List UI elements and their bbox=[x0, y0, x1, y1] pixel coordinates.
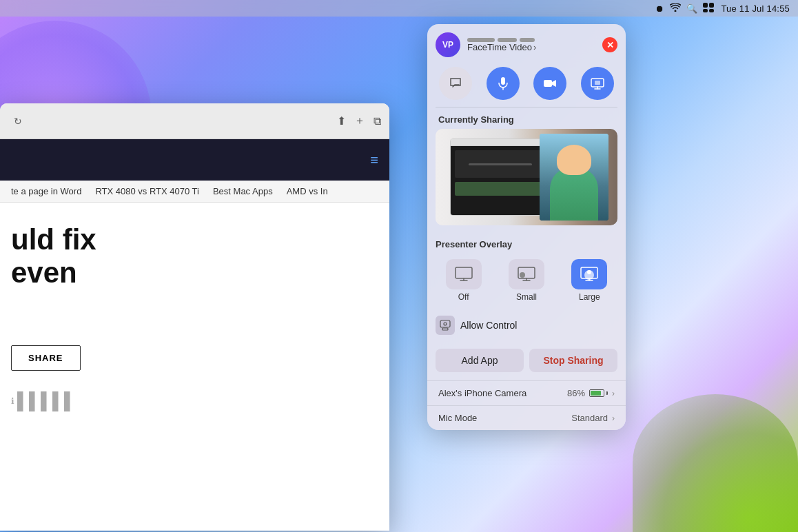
browser-main-content: uld fix even SHARE ℹ ▌▌▌▌▌ bbox=[0, 203, 389, 431]
panel-header: VP FaceTime Video › ✕ bbox=[427, 24, 626, 63]
overlay-small-label: Small bbox=[516, 292, 537, 302]
battery-bar bbox=[589, 389, 608, 397]
svg-point-25 bbox=[444, 323, 447, 325]
chat-button[interactable] bbox=[439, 67, 472, 100]
svg-rect-11 bbox=[456, 267, 472, 278]
menubar: ⏺ 🔍 Tue 11 bbox=[0, 0, 798, 17]
audio-wave-icon: ▌▌▌▌▌ bbox=[17, 391, 76, 411]
mic-mode-value: Standard bbox=[571, 413, 608, 423]
battery-percentage: 86% bbox=[567, 388, 585, 398]
svg-rect-10 bbox=[595, 81, 600, 85]
browser-share-icon[interactable]: ⬆ bbox=[337, 114, 346, 127]
svg-rect-24 bbox=[442, 328, 448, 330]
menubar-time: Tue 11 Jul 14:55 bbox=[721, 3, 790, 14]
svg-rect-2 bbox=[703, 9, 708, 12]
svg-rect-6 bbox=[544, 80, 552, 87]
browser-new-tab-icon[interactable]: ＋ bbox=[354, 114, 365, 128]
allow-control-label: Allow Control bbox=[460, 320, 517, 331]
desktop: ⏺ 🔍 Tue 11 bbox=[0, 0, 798, 532]
svg-point-20 bbox=[587, 270, 591, 274]
nav-item-1[interactable]: te a page in Word bbox=[11, 186, 81, 196]
presenter-overlay-label: Presenter Overlay bbox=[436, 232, 617, 254]
sharing-preview-inner bbox=[436, 129, 617, 225]
iphone-camera-chevron: › bbox=[612, 389, 615, 398]
mic-button[interactable] bbox=[487, 67, 520, 100]
audio-wave: ℹ ▌▌▌▌▌ bbox=[11, 391, 378, 411]
search-icon[interactable]: 🔍 bbox=[686, 3, 697, 14]
screen-record-icon: ⏺ bbox=[655, 3, 664, 14]
avatar: VP bbox=[436, 32, 460, 57]
browser-toolbar: ↻ ⬆ ＋ ⧉ bbox=[0, 103, 389, 139]
article-headline: uld fix even bbox=[11, 223, 378, 290]
screen-share-button[interactable] bbox=[581, 67, 614, 100]
battery-tip bbox=[606, 391, 608, 395]
preview-person bbox=[540, 134, 608, 221]
nav-item-2[interactable]: RTX 4080 vs RTX 4070 Ti bbox=[95, 186, 199, 196]
browser-toolbar-icons: ⬆ ＋ ⧉ bbox=[337, 114, 381, 128]
mic-mode-chevron: › bbox=[612, 413, 615, 423]
close-button[interactable]: ✕ bbox=[602, 37, 617, 52]
overlay-option-large[interactable]: Large bbox=[571, 259, 607, 302]
presenter-overlay-section: Presenter Overlay Off bbox=[427, 232, 626, 307]
facetime-panel: VP FaceTime Video › ✕ bbox=[427, 24, 626, 430]
allow-control-icon bbox=[436, 316, 455, 335]
video-button[interactable] bbox=[533, 67, 566, 100]
browser-tabs-icon[interactable]: ⧉ bbox=[374, 115, 381, 127]
overlay-off-icon bbox=[446, 259, 482, 289]
nav-item-3[interactable]: Best Mac Apps bbox=[213, 186, 273, 196]
stop-sharing-button[interactable]: Stop Sharing bbox=[529, 349, 617, 372]
panel-title-area: FaceTime Video › bbox=[467, 38, 595, 52]
panel-controls bbox=[427, 63, 626, 107]
browser-nav-strip: te a page in Word RTX 4080 vs RTX 4070 T… bbox=[0, 181, 389, 203]
allow-control-row[interactable]: Allow Control bbox=[427, 310, 626, 340]
mic-mode-row[interactable]: Mic Mode Standard › bbox=[427, 405, 626, 430]
mic-mode-label: Mic Mode bbox=[438, 413, 477, 423]
svg-rect-3 bbox=[709, 9, 714, 12]
article-share-button[interactable]: SHARE bbox=[11, 345, 81, 371]
action-buttons: Add App Stop Sharing bbox=[427, 343, 626, 380]
nav-item-4[interactable]: AMD vs In bbox=[287, 186, 328, 196]
overlay-option-small[interactable]: Small bbox=[509, 259, 544, 302]
headline-line1: uld fix bbox=[11, 223, 378, 256]
overlay-small-icon bbox=[509, 259, 544, 289]
browser-window: ↻ ⬆ ＋ ⧉ ≡ te a page in Word RTX 4080 vs … bbox=[0, 103, 389, 531]
currently-sharing-label: Currently Sharing bbox=[427, 108, 626, 129]
mic-mode-value-row: Standard › bbox=[571, 413, 615, 423]
svg-point-15 bbox=[520, 272, 525, 278]
iphone-camera-label: Alex's iPhone Camera bbox=[438, 388, 526, 398]
control-center-icon[interactable] bbox=[703, 3, 714, 14]
facetime-arrow[interactable]: › bbox=[533, 42, 536, 52]
preview-screen-content bbox=[451, 146, 549, 215]
battery-fill bbox=[591, 391, 601, 396]
audio-info-icon: ℹ bbox=[11, 396, 14, 406]
browser-reload-button[interactable]: ↻ bbox=[8, 112, 28, 131]
overlay-options: Off Small bbox=[436, 254, 617, 307]
battery-body bbox=[589, 389, 604, 397]
preview-screen bbox=[450, 139, 550, 216]
hamburger-icon[interactable]: ≡ bbox=[370, 152, 378, 168]
bg-blob-green bbox=[633, 394, 798, 532]
menubar-system-icons: ⏺ 🔍 bbox=[655, 3, 714, 14]
overlay-large-label: Large bbox=[579, 292, 600, 302]
preview-screen-bar bbox=[451, 139, 549, 146]
svg-rect-1 bbox=[709, 3, 714, 8]
wifi-icon bbox=[670, 3, 681, 14]
headline-line2: even bbox=[11, 256, 378, 289]
svg-rect-23 bbox=[440, 320, 450, 327]
add-app-button[interactable]: Add App bbox=[436, 349, 524, 372]
iphone-camera-value: 86% › bbox=[567, 388, 615, 398]
share-btn-container: SHARE bbox=[11, 345, 378, 371]
iphone-camera-row[interactable]: Alex's iPhone Camera 86% › bbox=[427, 380, 626, 405]
sharing-preview bbox=[436, 129, 617, 225]
overlay-off-label: Off bbox=[458, 292, 469, 302]
panel-facetime-label: FaceTime Video bbox=[467, 42, 532, 52]
browser-dark-header: ≡ bbox=[0, 139, 389, 181]
svg-rect-4 bbox=[501, 77, 505, 85]
overlay-large-icon bbox=[571, 259, 607, 289]
overlay-option-off[interactable]: Off bbox=[446, 259, 482, 302]
svg-rect-0 bbox=[703, 3, 708, 8]
